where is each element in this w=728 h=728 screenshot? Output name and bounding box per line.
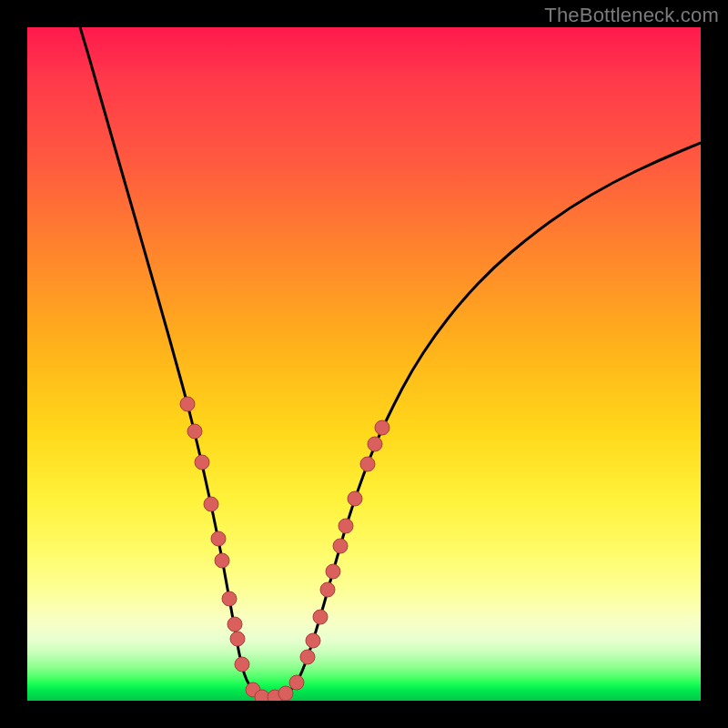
curve-svg	[27, 27, 701, 701]
dot	[300, 650, 315, 664]
dot	[333, 539, 348, 553]
plot-area	[27, 27, 701, 701]
dot	[375, 420, 389, 435]
dot	[255, 690, 269, 701]
highlight-dots	[180, 397, 389, 701]
dot	[348, 491, 362, 506]
dot	[235, 657, 249, 672]
dot	[215, 553, 229, 568]
dot	[368, 437, 382, 451]
chart-stage: TheBottleneck.com	[0, 0, 728, 728]
dot	[313, 610, 328, 624]
curve-right-branch	[264, 143, 701, 697]
dot	[228, 617, 242, 632]
dot	[278, 686, 293, 701]
dot	[180, 397, 195, 411]
dot	[195, 455, 209, 470]
dot	[204, 497, 218, 511]
dot	[289, 675, 304, 690]
watermark-text: TheBottleneck.com	[544, 4, 719, 27]
dot	[306, 633, 320, 648]
dot	[339, 519, 353, 533]
dot	[326, 564, 340, 579]
dot	[187, 424, 202, 439]
dot	[230, 632, 245, 646]
dot	[222, 592, 237, 606]
dot	[360, 457, 375, 471]
dot	[211, 531, 226, 546]
dot	[320, 582, 335, 597]
